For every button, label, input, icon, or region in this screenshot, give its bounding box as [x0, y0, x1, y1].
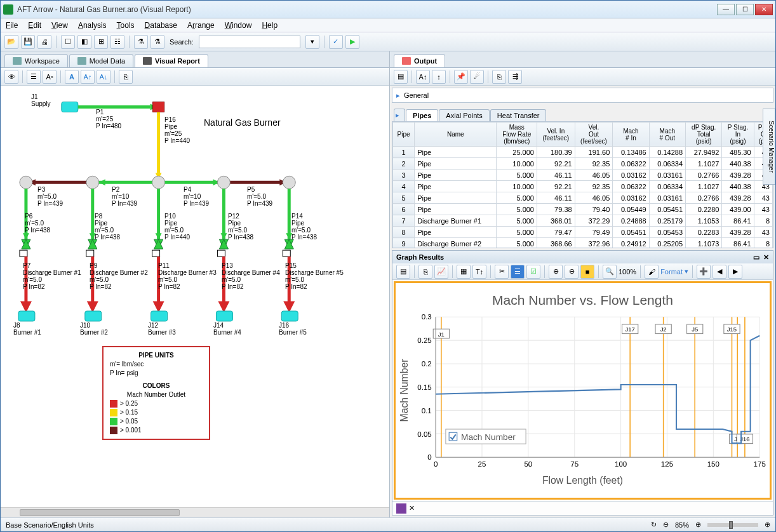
table-cell[interactable]: 440.38 — [722, 181, 754, 192]
out-sheet-icon[interactable]: ▤ — [394, 70, 408, 84]
layout2-icon[interactable]: ◧ — [77, 35, 91, 49]
table-cell[interactable]: 372.96 — [575, 238, 613, 249]
open-icon[interactable]: 📂 — [4, 35, 18, 49]
g-copy-icon[interactable]: ⎘ — [418, 265, 432, 279]
textbox-icon[interactable]: A▫ — [43, 70, 57, 84]
g-format-label[interactable]: Format — [660, 268, 683, 276]
table-cell[interactable]: 46.05 — [575, 192, 613, 204]
table-cell[interactable]: 191.60 — [575, 147, 613, 158]
table-cell[interactable]: 79.47 — [537, 227, 575, 238]
table-cell[interactable]: 0.05451 — [649, 204, 685, 215]
menu-file[interactable]: File — [6, 21, 18, 30]
table-cell[interactable]: 0.05453 — [649, 227, 685, 238]
output-grid[interactable]: PipeNameMassFlow Rate(lbm/sec)Vel. In(fe… — [392, 121, 773, 248]
table-cell[interactable]: 43 — [754, 227, 772, 238]
run-icon[interactable]: ▶ — [345, 35, 359, 49]
table-cell[interactable]: 92.35 — [575, 181, 613, 192]
table-cell[interactable]: Discharge Burner #1 — [415, 215, 497, 227]
table-cell[interactable]: 0.06322 — [613, 158, 649, 170]
graph-tabclose-icon[interactable]: ✕ — [409, 504, 415, 512]
table-cell[interactable]: 439.28 — [722, 227, 754, 238]
table-cell[interactable]: 0.06322 — [613, 181, 649, 192]
search-input[interactable] — [199, 36, 300, 48]
menu-database[interactable]: Database — [145, 21, 177, 30]
table-cell[interactable]: 0.24912 — [613, 238, 649, 249]
table-cell[interactable]: 5.000 — [497, 215, 537, 227]
pipe-tab-pipes[interactable]: Pipes — [406, 109, 438, 121]
g-grid-icon[interactable]: ▦ — [457, 265, 471, 279]
table-cell[interactable]: 440.38 — [722, 158, 754, 170]
table-cell[interactable]: 25.000 — [497, 147, 537, 158]
table-cell[interactable]: 86.41 — [722, 238, 754, 249]
font-smaller-icon[interactable]: A↓ — [97, 70, 110, 84]
out-sort-icon[interactable]: A↕ — [416, 70, 430, 84]
table-cell[interactable]: 4 — [393, 181, 415, 192]
table-cell[interactable]: Pipe — [415, 227, 497, 238]
table-cell[interactable]: 79.40 — [575, 204, 613, 215]
font-bigger-icon[interactable]: A↑ — [81, 70, 95, 84]
menu-help[interactable]: Help — [262, 21, 278, 30]
table-cell[interactable]: 92.35 — [575, 158, 613, 170]
table-cell[interactable]: 27.9492 — [686, 147, 722, 158]
table-cell[interactable]: 0.03161 — [649, 192, 685, 204]
table-cell[interactable]: 1 — [393, 147, 415, 158]
pipe-tab-heat[interactable]: Heat Transfer — [490, 109, 547, 121]
table-cell[interactable]: 0.13486 — [613, 147, 649, 158]
table-cell[interactable]: 8 — [393, 227, 415, 238]
graph-tab-icon[interactable] — [396, 503, 406, 514]
out-tree-icon[interactable]: ⇶ — [508, 70, 522, 84]
table-cell[interactable]: 43 — [754, 204, 772, 215]
table-cell[interactable]: 43 — [754, 192, 772, 204]
table-cell[interactable]: Pipe — [415, 192, 497, 204]
table-cell[interactable]: Discharge Burner #2 — [415, 238, 497, 249]
table-cell[interactable]: 1.1027 — [686, 181, 722, 192]
table-cell[interactable]: 0.06334 — [649, 181, 685, 192]
scenario-manager-tab[interactable]: Scenario Manager — [763, 109, 775, 185]
tab-visual-report[interactable]: Visual Report — [135, 54, 208, 67]
table-cell[interactable]: 46.11 — [537, 170, 575, 181]
table-cell[interactable]: 180.39 — [537, 147, 575, 158]
canvas-hscroll[interactable] — [1, 507, 389, 517]
search-go-icon[interactable]: ▾ — [305, 35, 319, 49]
table-cell[interactable]: 0.06334 — [649, 158, 685, 170]
table-cell[interactable]: 0.2283 — [686, 227, 722, 238]
out-pin-icon[interactable]: 📌 — [454, 70, 468, 84]
g-new-icon[interactable]: ▤ — [396, 265, 410, 279]
table-cell[interactable]: 0.2766 — [686, 192, 722, 204]
menu-arrange[interactable]: Arrange — [187, 21, 215, 30]
g-plot-icon[interactable]: 📈 — [434, 265, 448, 279]
table-cell[interactable]: 1.1073 — [686, 238, 722, 249]
g-back-icon[interactable]: ◀ — [712, 265, 726, 279]
g-zoom-icon[interactable]: 🔍 — [603, 265, 617, 279]
table-cell[interactable]: 0.24888 — [613, 215, 649, 227]
g-brush-icon[interactable]: 🖌 — [645, 265, 659, 279]
table-cell[interactable]: 5.000 — [497, 238, 537, 249]
table-cell[interactable]: 439.28 — [722, 170, 754, 181]
table-cell[interactable]: 1.1053 — [686, 215, 722, 227]
menu-window[interactable]: Window — [225, 21, 252, 30]
table-cell[interactable]: 0.2280 — [686, 204, 722, 215]
table-cell[interactable]: 46.11 — [537, 192, 575, 204]
status-refresh-icon[interactable]: ↻ — [651, 521, 657, 529]
table-cell[interactable]: Pipe — [415, 204, 497, 215]
general-section[interactable]: ▸ General — [392, 88, 773, 103]
diagram-canvas[interactable]: J1 Supply P1 m'=25 P In=480 Natural Gas … — [1, 86, 389, 507]
pipe-tab-expand[interactable]: ▸ — [394, 109, 405, 121]
menu-view[interactable]: View — [51, 21, 68, 30]
menu-edit[interactable]: Edit — [28, 21, 41, 30]
table-cell[interactable]: 8 — [754, 238, 772, 249]
eye-icon[interactable]: 👁 — [4, 70, 18, 84]
table-cell[interactable]: 0.05451 — [613, 227, 649, 238]
graph-close-icon[interactable]: ✕ — [763, 253, 769, 262]
table-cell[interactable]: 5.000 — [497, 170, 537, 181]
list-icon[interactable]: ☰ — [27, 70, 41, 84]
g-link-icon[interactable]: ⊖ — [565, 265, 579, 279]
table-cell[interactable]: 0.05449 — [613, 204, 649, 215]
table-cell[interactable]: 79.49 — [575, 227, 613, 238]
copy-icon[interactable]: ⎘ — [119, 70, 133, 84]
out-filter-icon[interactable]: ☄ — [470, 70, 484, 84]
table-cell[interactable]: 92.21 — [537, 158, 575, 170]
layout1-icon[interactable]: ☐ — [61, 35, 75, 49]
zoom-in2-icon[interactable]: ⊕ — [765, 521, 770, 529]
flask-icon[interactable]: ⚗ — [134, 35, 148, 49]
